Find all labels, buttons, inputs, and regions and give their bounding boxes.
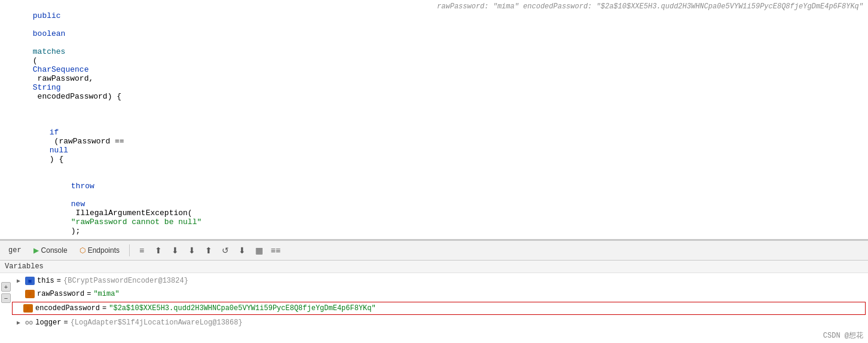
var-name: encodedPassword [35, 304, 100, 313]
toolbar-separator [129, 244, 130, 256]
tab-endpoints[interactable]: ⬡ Endpoints [75, 244, 124, 256]
var-value: "$2a$10$XXE5H3.qudd2H3WHNCpa0e5VYW1i59Py… [109, 304, 375, 313]
toolbar-btn-down1[interactable]: ⬇ [168, 243, 182, 258]
var-row-encodedpassword: ▶ p encodedPassword = "$2a$10$XXE5H3.qud… [12, 302, 866, 315]
keyword: public [33, 11, 61, 20]
toolbar-btn-up1[interactable]: ⬆ [151, 243, 166, 258]
toolbar-btn-down2[interactable]: ⬇ [185, 243, 199, 258]
tab-ger-label: ger [8, 246, 22, 255]
var-name: this [37, 277, 54, 285]
code-line: throw new IllegalArgumentException( "raw… [0, 173, 868, 239]
code-line: if (rawPassword == null ) { [0, 119, 868, 173]
expand-icon[interactable]: ▶ [17, 319, 25, 326]
tab-endpoints-label: Endpoints [88, 246, 120, 255]
code-editor: public boolean matches ( CharSequence ra… [0, 0, 868, 239]
toolbar-btn-grid[interactable]: ▦ [252, 243, 266, 258]
var-value: {BCryptPasswordEncoder@13824} [63, 277, 188, 285]
watermark: CSDN @想花 [823, 330, 863, 341]
debug-toolbar: ger ▶ Console ⬡ Endpoints ≡ ⬆ ⬇ ⬇ ⬆ ↺ ⬇ … [0, 240, 868, 261]
add-button[interactable]: + [1, 282, 11, 292]
var-type-icon-oo: oo [25, 319, 33, 326]
toolbar-btn-menu[interactable]: ≡ [135, 243, 149, 258]
remove-button[interactable]: − [1, 293, 11, 303]
toolbar-btn-list[interactable]: ≡≡ [268, 243, 283, 258]
tab-console-label: Console [41, 246, 68, 255]
tab-ger[interactable]: ger [4, 244, 26, 256]
side-buttons: + − [0, 280, 12, 305]
var-row-logger: ▶ oo logger = {LogAdapter$Slf4jLocationA… [12, 316, 868, 329]
toolbar-btn-refresh[interactable]: ↺ [218, 243, 233, 258]
var-type-icon: p [23, 304, 33, 313]
endpoints-icon: ⬡ [80, 246, 85, 255]
var-type-icon: ▣ [25, 277, 35, 285]
var-name: logger [35, 318, 61, 327]
console-icon: ▶ [33, 246, 39, 255]
toolbar-btn-arrow[interactable]: ⬇ [235, 243, 249, 258]
keyword: boolean [33, 29, 66, 38]
var-type-icon: p [25, 290, 35, 298]
variables-header: Variables [0, 261, 868, 273]
var-value: "mima" [93, 290, 119, 298]
variables-list: ▶ ▣ this = {BCryptPasswordEncoder@13824}… [0, 273, 868, 343]
expand-icon[interactable]: ▶ [17, 277, 25, 284]
debug-panel: ger ▶ Console ⬡ Endpoints ≡ ⬆ ⬇ ⬇ ⬆ ↺ ⬇ … [0, 239, 868, 343]
var-name: rawPassword [37, 290, 84, 298]
var-row-this: ▶ ▣ this = {BCryptPasswordEncoder@13824} [12, 274, 868, 287]
variables-panel: Variables + − ▶ ▣ this = {BCryptPassword… [0, 261, 868, 343]
toolbar-btn-up2[interactable]: ⬆ [201, 243, 216, 258]
var-row-rawpassword: ▶ p rawPassword = "mima" [12, 287, 868, 301]
tab-console[interactable]: ▶ Console [29, 244, 72, 256]
var-value: {LogAdapter$Slf4jLocationAwareLog@13868} [71, 318, 243, 327]
code-line: public boolean matches ( CharSequence ra… [0, 2, 868, 119]
